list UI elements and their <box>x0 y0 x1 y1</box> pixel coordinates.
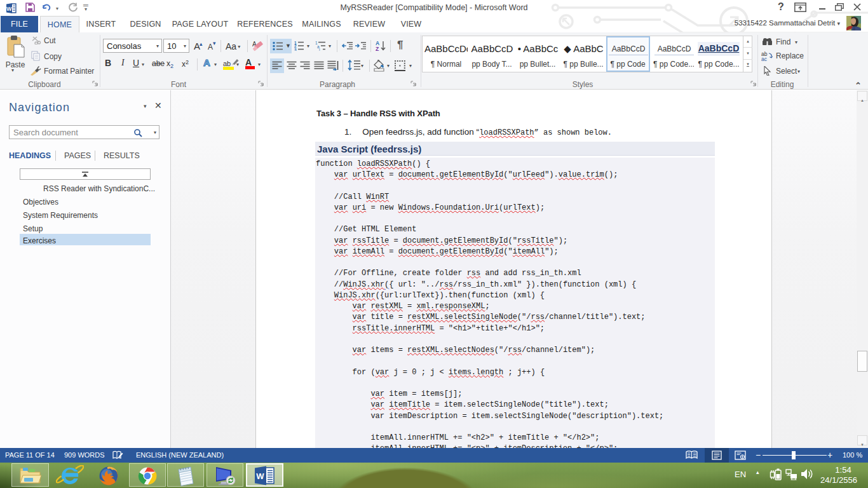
svg-text:W: W <box>256 471 264 481</box>
svg-text:Z: Z <box>376 46 379 52</box>
svg-text:W: W <box>6 6 12 12</box>
svg-text:i: i <box>319 48 320 51</box>
svg-text:3: 3 <box>294 48 297 51</box>
svg-text:ac: ac <box>761 56 768 61</box>
